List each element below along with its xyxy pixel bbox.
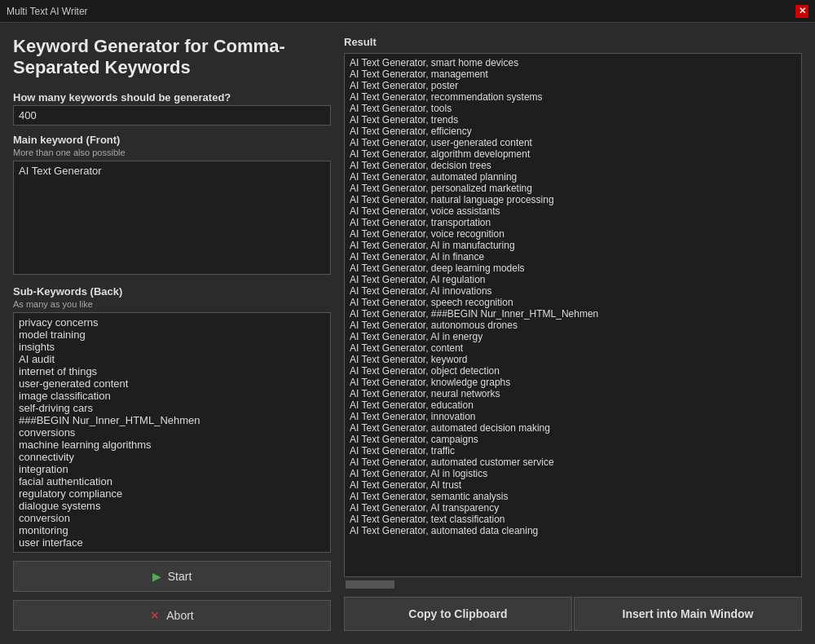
abort-button[interactable]: ✕ Abort [13, 600, 331, 631]
main-keyword-label: Main keyword (Front) [13, 134, 331, 146]
start-label: Start [168, 570, 192, 583]
sub-keywords-textarea[interactable]: privacy concerns model training insights… [13, 312, 331, 553]
left-panel: Keyword Generator for Comma-Separated Ke… [13, 36, 331, 631]
sub-keyword-label: Sub-Keywords (Back) [13, 285, 331, 298]
close-button[interactable]: ✕ [795, 5, 808, 18]
right-panel: Result AI Text Generator, smart home dev… [344, 36, 802, 631]
abort-label: Abort [166, 609, 193, 622]
result-textarea[interactable]: AI Text Generator, smart home devices AI… [344, 53, 802, 577]
result-label: Result [344, 36, 802, 48]
title-bar-text: Multi Text AI Writer [7, 6, 88, 17]
how-many-section: How many keywords should be generated? [13, 91, 331, 126]
abort-icon: ✕ [150, 609, 160, 622]
main-keyword-sublabel: More than one also possible [13, 148, 331, 157]
insert-into-main-window-button[interactable]: Insert into Main Window [574, 597, 802, 631]
result-bottom-bar: Copy to Clipboard Insert into Main Windo… [344, 597, 802, 631]
how-many-label: How many keywords should be generated? [13, 91, 331, 104]
keyword-count-input[interactable] [13, 105, 331, 126]
main-keyword-textarea[interactable]: AI Text Generator [13, 161, 331, 275]
result-hscrollbar[interactable] [344, 579, 802, 590]
sub-keyword-section: Sub-Keywords (Back) As many as you like … [13, 285, 331, 553]
copy-to-clipboard-button[interactable]: Copy to Clipboard [344, 597, 572, 631]
title-bar: Multi Text AI Writer ✕ [0, 0, 815, 23]
main-keyword-section: Main keyword (Front) More than one also … [13, 134, 331, 277]
start-icon: ▶ [152, 570, 161, 583]
start-button[interactable]: ▶ Start [13, 561, 331, 592]
main-content: Keyword Generator for Comma-Separated Ke… [0, 23, 815, 644]
page-title: Keyword Generator for Comma-Separated Ke… [13, 36, 331, 78]
sub-keyword-sublabel: As many as you like [13, 299, 331, 309]
